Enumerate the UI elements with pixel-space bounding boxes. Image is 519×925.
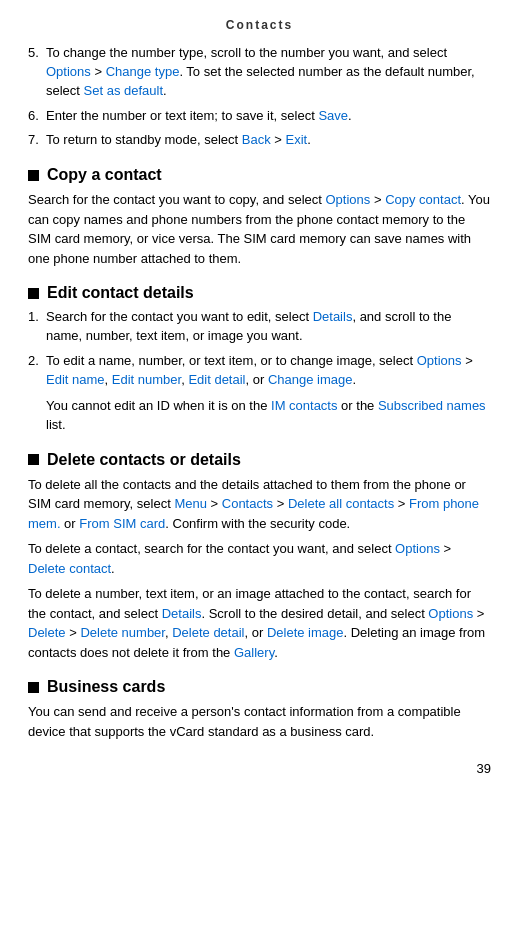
- sections-container: Copy a contactSearch for the contact you…: [28, 166, 491, 741]
- numbered-item: 5.To change the number type, scroll to t…: [28, 44, 491, 101]
- inline-link[interactable]: Back: [242, 132, 271, 147]
- inline-link[interactable]: Change image: [268, 372, 353, 387]
- numbered-item: 2.To edit a name, number, or text item, …: [28, 352, 491, 390]
- body-paragraph: You can send and receive a person's cont…: [28, 702, 491, 741]
- section-icon: [28, 454, 39, 465]
- inline-text: Search for the contact you want to copy,…: [28, 192, 325, 207]
- inline-text: >: [271, 132, 286, 147]
- inline-text: >: [440, 541, 451, 556]
- inline-link[interactable]: Delete all contacts: [288, 496, 394, 511]
- item-number: 6.: [28, 107, 46, 126]
- inline-link[interactable]: Options: [428, 606, 473, 621]
- body-paragraph: To delete a contact, search for the cont…: [28, 539, 491, 578]
- inline-link[interactable]: Contacts: [222, 496, 273, 511]
- item-number: 2.: [28, 352, 46, 390]
- inline-text: .: [274, 645, 278, 660]
- inline-text: .: [307, 132, 311, 147]
- inline-text: >: [370, 192, 385, 207]
- inline-link[interactable]: Edit number: [112, 372, 181, 387]
- item-content: To change the number type, scroll to the…: [46, 44, 491, 101]
- inline-text: .: [348, 108, 352, 123]
- section-icon: [28, 170, 39, 181]
- inline-link[interactable]: Exit: [286, 132, 308, 147]
- section-title: Business cards: [47, 678, 165, 696]
- section-icon: [28, 682, 39, 693]
- inline-text: To edit a name, number, or text item, or…: [46, 353, 417, 368]
- item-number: 1.: [28, 308, 46, 346]
- inline-text: You cannot edit an ID when it is on the: [46, 398, 271, 413]
- top-items: 5.To change the number type, scroll to t…: [28, 44, 491, 150]
- inline-text: .: [111, 561, 115, 576]
- inline-text: >: [394, 496, 409, 511]
- inline-link[interactable]: From SIM card: [79, 516, 165, 531]
- inline-link[interactable]: Details: [313, 309, 353, 324]
- inline-link[interactable]: Set as default: [84, 83, 164, 98]
- inline-text: To delete a contact, search for the cont…: [28, 541, 395, 556]
- numbered-item: 1.Search for the contact you want to edi…: [28, 308, 491, 346]
- inline-link[interactable]: Copy contact: [385, 192, 461, 207]
- inline-link[interactable]: Delete contact: [28, 561, 111, 576]
- inline-link[interactable]: Save: [318, 108, 348, 123]
- inline-text: , or: [245, 372, 267, 387]
- inline-link[interactable]: IM contacts: [271, 398, 337, 413]
- item-content: Enter the number or text item; to save i…: [46, 107, 491, 126]
- body-paragraph: To delete all the contacts and the detai…: [28, 475, 491, 534]
- section-title: Delete contacts or details: [47, 451, 241, 469]
- section-title: Edit contact details: [47, 284, 194, 302]
- inline-text: >: [66, 625, 81, 640]
- inline-link[interactable]: Options: [395, 541, 440, 556]
- inline-text: or: [61, 516, 80, 531]
- inline-link[interactable]: Details: [162, 606, 202, 621]
- inline-text: To return to standby mode, select: [46, 132, 242, 147]
- inline-text: . Scroll to the desired detail, and sele…: [201, 606, 428, 621]
- inline-text: .: [352, 372, 356, 387]
- inline-text: You can send and receive a person's cont…: [28, 704, 461, 739]
- inline-link[interactable]: Options: [417, 353, 462, 368]
- body-paragraph: To delete a number, text item, or an ima…: [28, 584, 491, 662]
- inline-link[interactable]: Delete number: [80, 625, 165, 640]
- inline-text: list.: [46, 417, 66, 432]
- numbered-item: 7.To return to standby mode, select Back…: [28, 131, 491, 150]
- inline-link[interactable]: Change type: [106, 64, 180, 79]
- inline-link[interactable]: Edit detail: [188, 372, 245, 387]
- indented-paragraph: You cannot edit an ID when it is on the …: [46, 396, 491, 435]
- inline-link[interactable]: Edit name: [46, 372, 105, 387]
- inline-text: .: [163, 83, 167, 98]
- inline-link[interactable]: Delete image: [267, 625, 344, 640]
- inline-text: >: [462, 353, 473, 368]
- inline-text: >: [91, 64, 106, 79]
- inline-link[interactable]: Delete detail: [172, 625, 244, 640]
- inline-link[interactable]: Menu: [174, 496, 207, 511]
- inline-text: >: [473, 606, 484, 621]
- inline-link[interactable]: Gallery: [234, 645, 274, 660]
- inline-text: or the: [337, 398, 377, 413]
- numbered-item: 6.Enter the number or text item; to save…: [28, 107, 491, 126]
- inline-link[interactable]: Subscribed names: [378, 398, 486, 413]
- inline-link[interactable]: Delete: [28, 625, 66, 640]
- inline-text: ,: [105, 372, 112, 387]
- item-content: To return to standby mode, select Back >…: [46, 131, 491, 150]
- page-header: Contacts: [28, 18, 491, 32]
- inline-link[interactable]: Options: [46, 64, 91, 79]
- inline-text: >: [273, 496, 288, 511]
- item-content: Search for the contact you want to edit,…: [46, 308, 491, 346]
- section-heading-delete-contacts: Delete contacts or details: [28, 451, 491, 469]
- section-title: Copy a contact: [47, 166, 162, 184]
- item-number: 5.: [28, 44, 46, 101]
- item-content: To edit a name, number, or text item, or…: [46, 352, 491, 390]
- page-number: 39: [28, 761, 491, 776]
- inline-text: >: [207, 496, 222, 511]
- inline-text: , or: [244, 625, 266, 640]
- body-paragraph: Search for the contact you want to copy,…: [28, 190, 491, 268]
- inline-text: Search for the contact you want to edit,…: [46, 309, 313, 324]
- inline-text: Enter the number or text item; to save i…: [46, 108, 318, 123]
- section-heading-edit-contact-details: Edit contact details: [28, 284, 491, 302]
- inline-text: . Confirm with the security code.: [165, 516, 350, 531]
- section-heading-business-cards: Business cards: [28, 678, 491, 696]
- section-heading-copy-contact: Copy a contact: [28, 166, 491, 184]
- inline-text: To change the number type, scroll to the…: [46, 45, 447, 60]
- inline-link[interactable]: Options: [325, 192, 370, 207]
- section-icon: [28, 288, 39, 299]
- item-number: 7.: [28, 131, 46, 150]
